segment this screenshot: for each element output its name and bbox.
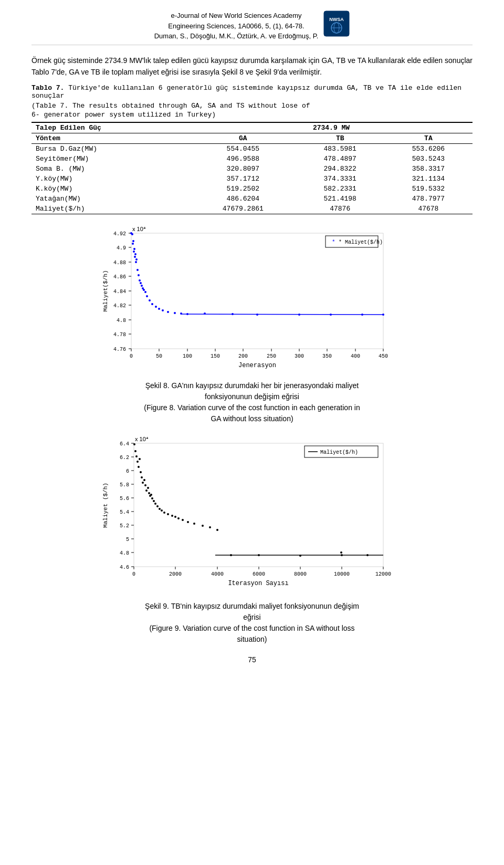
chart1-container: x 10⁴ 4.92 4.9 4.88 4.86 4.84 4.82 4.8 4… (32, 223, 472, 375)
svg-text:x 10⁴: x 10⁴ (135, 436, 149, 442)
sekil9-line1: Şekil 9. TB'nin kayıpsız durumdaki maliy… (32, 601, 472, 612)
sekil8-line2: fonksiyonunun değişim eğrisi (32, 391, 472, 402)
svg-point-69 (146, 295, 148, 297)
table-row: Seyitömer(MW) 496.9588 478.4897 503.5243 (32, 154, 472, 164)
svg-point-159 (202, 525, 204, 527)
row-kkoy-ga: 519.2502 (190, 184, 296, 194)
svg-point-65 (141, 285, 143, 287)
svg-point-62 (138, 274, 140, 276)
table-section: Tablo 7. Türkiye'de kullanılan 6 generat… (32, 84, 472, 214)
table-header-row: Talep Edilen Güç 2734.9 MW (32, 122, 472, 133)
row-bursa-tb: 483.5981 (296, 144, 384, 154)
svg-point-55 (133, 251, 135, 253)
svg-point-56 (133, 248, 135, 250)
svg-point-71 (151, 303, 153, 305)
sekil9-caption: Şekil 9. TB'nin kayıpsız durumdaki maliy… (32, 601, 472, 645)
svg-point-129 (133, 443, 135, 445)
row-soma-tb: 294.8322 (296, 164, 384, 174)
svg-point-84 (330, 314, 332, 316)
svg-point-131 (135, 455, 138, 457)
svg-point-153 (171, 515, 173, 517)
row-soma-ga: 320.8097 (190, 164, 296, 174)
svg-rect-6 (131, 233, 383, 349)
row-soma-label: Soma B. (MW) (32, 164, 190, 174)
table-row: Yatağan(MW) 486.6204 521.4198 478.7977 (32, 194, 472, 204)
svg-point-154 (174, 516, 176, 518)
svg-text:0: 0 (130, 353, 133, 359)
svg-point-167 (366, 554, 369, 556)
svg-point-165 (299, 555, 301, 557)
row-maliyet-ga: 47679.2861 (190, 204, 296, 214)
svg-point-157 (187, 521, 189, 523)
svg-point-135 (140, 471, 142, 473)
svg-text:100: 100 (183, 353, 192, 359)
svg-text:Maliyet($/h): Maliyet($/h) (102, 270, 109, 312)
svg-text:5.6: 5.6 (120, 496, 129, 502)
svg-point-142 (148, 492, 150, 494)
row-ykoy-ta: 321.1134 (384, 174, 472, 184)
table-row: Y.köy(MW) 357.1712 374.3331 321.1134 (32, 174, 472, 184)
svg-point-67 (143, 289, 145, 291)
svg-point-82 (256, 314, 258, 316)
svg-point-138 (143, 479, 145, 481)
sekil8-line1: Şekil 8. GA'nın kayıpsız durumdaki her b… (32, 380, 472, 391)
svg-text:NWSA: NWSA (330, 17, 344, 22)
header-cell-value: 2734.9 MW (190, 122, 472, 133)
svg-point-158 (193, 523, 195, 525)
svg-text:4.8: 4.8 (120, 550, 129, 556)
svg-text:Maliyet ($/h): Maliyet ($/h) (102, 483, 109, 528)
row-kkoy-tb: 582.2331 (296, 184, 384, 194)
svg-point-59 (135, 261, 137, 263)
svg-text:150: 150 (211, 353, 220, 359)
svg-text:4.6: 4.6 (120, 565, 129, 570)
svg-text:x 10⁴: x 10⁴ (132, 226, 146, 232)
svg-point-149 (159, 508, 161, 510)
svg-text:5: 5 (126, 537, 129, 543)
svg-point-147 (154, 503, 156, 505)
svg-point-58 (134, 253, 136, 255)
svg-point-132 (136, 461, 139, 463)
svg-text:400: 400 (351, 353, 360, 359)
row-yatagan-tb: 521.4198 (296, 194, 384, 204)
svg-text:4.88: 4.88 (113, 260, 126, 266)
svg-point-137 (142, 482, 144, 484)
row-seyitomer-tb: 478.4897 (296, 154, 384, 164)
subheader-yontem: Yöntem (32, 133, 190, 144)
row-bursa-ta: 553.6206 (384, 144, 472, 154)
row-kkoy-label: K.köy(MW) (32, 184, 190, 194)
sekil8-caption: Şekil 8. GA'nın kayıpsız durumdaki her b… (32, 380, 472, 424)
svg-point-64 (140, 282, 142, 284)
svg-text:4.78: 4.78 (113, 332, 126, 338)
row-ykoy-tb: 374.3331 (296, 174, 384, 184)
svg-point-70 (149, 299, 151, 301)
row-seyitomer-ta: 503.5243 (384, 154, 472, 164)
svg-text:4.84: 4.84 (113, 289, 126, 295)
subheader-ga: GA (190, 133, 296, 144)
row-seyitomer-ga: 496.9588 (190, 154, 296, 164)
svg-text:4.76: 4.76 (113, 347, 126, 352)
svg-point-161 (216, 529, 218, 531)
svg-point-144 (150, 494, 152, 496)
svg-text:0: 0 (132, 571, 135, 577)
row-bursa-label: Bursa D.Gaz(MW) (32, 144, 190, 154)
subheader-ta: TA (384, 133, 472, 144)
tablo-desc2: (Table 7. The results obtained through G… (32, 102, 472, 110)
row-yatagan-label: Yatağan(MW) (32, 194, 190, 204)
svg-text:6000: 6000 (253, 571, 265, 577)
svg-text:4.86: 4.86 (113, 274, 126, 280)
svg-text:6: 6 (126, 468, 129, 474)
svg-text:4.82: 4.82 (113, 303, 126, 309)
chart2-svg: x 10⁴ 6.4 6.2 6 5.8 5.6 5.4 5.2 5 4.8 4.… (100, 433, 404, 596)
row-ykoy-ga: 357.1712 (190, 174, 296, 184)
svg-point-146 (153, 500, 155, 502)
svg-point-80 (204, 312, 206, 315)
svg-text:5.8: 5.8 (120, 482, 129, 488)
svg-text:300: 300 (295, 353, 304, 359)
svg-point-133 (138, 466, 140, 468)
tablo-label: Tablo 7. (32, 84, 64, 92)
svg-text:200: 200 (238, 353, 248, 359)
svg-text:4000: 4000 (211, 571, 224, 577)
svg-text:Iterasyon Sayısı: Iterasyon Sayısı (228, 580, 288, 587)
svg-point-76 (174, 312, 176, 314)
svg-text:6.2: 6.2 (120, 455, 129, 461)
